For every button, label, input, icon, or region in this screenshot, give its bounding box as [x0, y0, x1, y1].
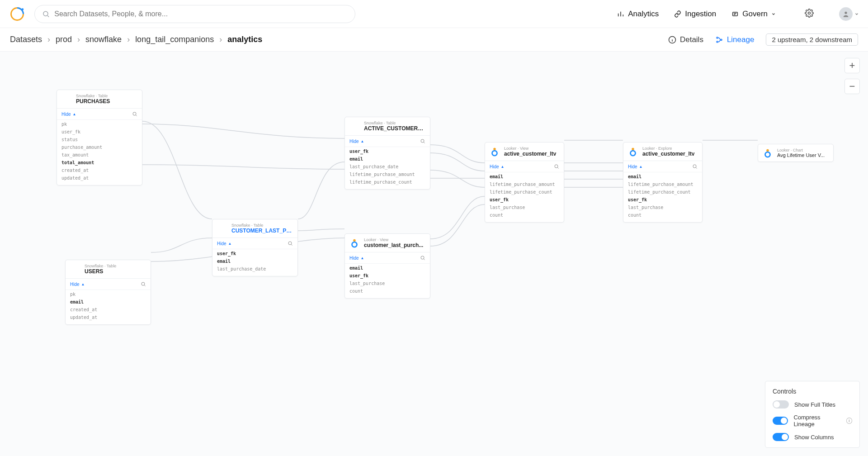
- zoom-controls: + −: [844, 58, 860, 94]
- node-users[interactable]: Snowflake · Table USERS Hide▲ pk email c…: [65, 260, 151, 325]
- bar-chart-icon: [617, 10, 624, 18]
- snowflake-icon: [217, 223, 227, 233]
- svg-point-14: [353, 239, 356, 242]
- hide-toggle[interactable]: Hide▲: [628, 164, 643, 169]
- tab-lineage[interactable]: Lineage: [715, 35, 755, 44]
- info-icon: [668, 36, 676, 44]
- svg-point-19: [555, 165, 558, 168]
- crumb-db[interactable]: long_tail_companions: [135, 35, 214, 44]
- app-logo[interactable]: [9, 6, 25, 22]
- nav-govern[interactable]: Govern: [731, 10, 776, 19]
- crumb-datasets[interactable]: Datasets: [10, 35, 42, 44]
- chevron-down-icon: [771, 12, 776, 16]
- svg-point-13: [421, 139, 424, 142]
- search-icon[interactable]: [420, 255, 425, 261]
- controls-panel: Controls Show Full Titles Compress Linea…: [765, 381, 860, 448]
- link-icon: [674, 10, 681, 18]
- svg-point-22: [693, 165, 696, 168]
- search-icon[interactable]: [420, 138, 425, 144]
- toggle-compress-lineage[interactable]: [773, 417, 788, 425]
- top-header: Analytics Ingestion Govern: [0, 0, 868, 28]
- controls-title: Controls: [773, 388, 852, 395]
- svg-point-5: [844, 11, 847, 14]
- toggle-show-columns[interactable]: [773, 433, 789, 441]
- node-customer-last-purch-looker[interactable]: Looker · View customer_last_purch... Hid…: [344, 233, 430, 299]
- svg-point-16: [421, 256, 424, 259]
- looker-icon: [763, 148, 773, 158]
- stream-count-badge: 2 upstream, 2 downstream: [766, 33, 858, 46]
- settings-button[interactable]: [805, 9, 814, 19]
- search-box[interactable]: [34, 5, 355, 23]
- svg-point-2: [43, 11, 48, 16]
- node-active-customer-ltv-looker-view[interactable]: Looker · View active_customer_ltv Hide▲ …: [485, 142, 564, 223]
- avatar: [839, 7, 853, 21]
- node-avg-lifetime-chart[interactable]: Looker · Chart Avg Lifetime User V...: [758, 144, 834, 162]
- svg-point-24: [765, 152, 770, 157]
- hide-toggle[interactable]: Hide▲: [349, 139, 364, 144]
- user-menu[interactable]: [829, 7, 859, 21]
- zoom-out-button[interactable]: −: [844, 79, 860, 94]
- svg-point-23: [766, 149, 769, 152]
- chevron-down-icon: [854, 12, 859, 16]
- hide-toggle[interactable]: Hide▲: [349, 256, 364, 261]
- breadcrumb: Datasets › prod › snowflake › long_tail_…: [10, 35, 262, 44]
- node-active-customer-ltv-sf[interactable]: Snowflake · Table ACTIVE_CUSTOMER_LTV Hi…: [344, 117, 430, 190]
- search-icon[interactable]: [141, 281, 146, 287]
- search-icon: [42, 10, 50, 18]
- svg-point-18: [492, 151, 497, 156]
- field-list: pk user_fk status purchase_amount tax_am…: [57, 119, 142, 185]
- node-purchases[interactable]: Snowflake · Table PURCHASES Hide▲ pk use…: [57, 90, 142, 185]
- zoom-in-button[interactable]: +: [844, 58, 860, 73]
- search-icon[interactable]: [692, 164, 698, 169]
- search-icon[interactable]: [132, 111, 137, 117]
- svg-point-12: [288, 242, 292, 245]
- snowflake-icon: [70, 264, 80, 274]
- svg-point-15: [352, 242, 357, 247]
- govern-icon: [731, 10, 739, 18]
- lineage-canvas[interactable]: + − Snowflake · Table PURCHASES Hide▲ pk…: [0, 52, 868, 456]
- crumb-current: analytics: [227, 35, 262, 44]
- svg-point-9: [721, 39, 722, 40]
- hide-toggle[interactable]: Hide▲: [490, 164, 505, 169]
- tab-details[interactable]: Details: [668, 35, 703, 44]
- lineage-icon: [715, 36, 723, 44]
- hide-toggle[interactable]: Hide▲: [70, 282, 85, 287]
- svg-point-21: [631, 151, 636, 156]
- node-active-customer-ltv-looker-explore[interactable]: Looker · Explore active_customer_ltv Hid…: [623, 142, 703, 223]
- toggle-show-full-titles[interactable]: [773, 400, 789, 408]
- gear-icon: [805, 9, 814, 18]
- crumb-snowflake[interactable]: snowflake: [85, 35, 122, 44]
- nav-ingestion[interactable]: Ingestion: [674, 10, 716, 19]
- svg-point-1: [22, 8, 24, 10]
- svg-point-10: [133, 112, 136, 115]
- node-customer-last-purch[interactable]: Snowflake · Table CUSTOMER_LAST_PURCH...…: [212, 219, 298, 276]
- user-icon: [842, 10, 849, 18]
- crumb-prod[interactable]: prod: [56, 35, 72, 44]
- looker-icon: [490, 147, 500, 157]
- svg-point-17: [493, 148, 496, 151]
- looker-icon: [349, 238, 359, 248]
- svg-point-4: [808, 12, 811, 14]
- looker-icon: [628, 147, 638, 157]
- snowflake-icon: [61, 94, 71, 104]
- svg-point-8: [717, 41, 718, 43]
- search-icon[interactable]: [288, 241, 293, 246]
- svg-point-7: [717, 37, 718, 38]
- info-icon[interactable]: i: [846, 418, 852, 424]
- svg-point-11: [142, 282, 145, 285]
- nav-analytics[interactable]: Analytics: [617, 10, 659, 19]
- snowflake-icon: [349, 121, 359, 131]
- svg-rect-3: [733, 12, 738, 16]
- hide-toggle[interactable]: Hide▲: [61, 112, 76, 117]
- hide-toggle[interactable]: Hide▲: [217, 241, 232, 246]
- search-input[interactable]: [54, 10, 348, 18]
- breadcrumb-bar: Datasets › prod › snowflake › long_tail_…: [0, 28, 868, 52]
- search-icon[interactable]: [554, 164, 559, 169]
- svg-point-20: [632, 148, 634, 151]
